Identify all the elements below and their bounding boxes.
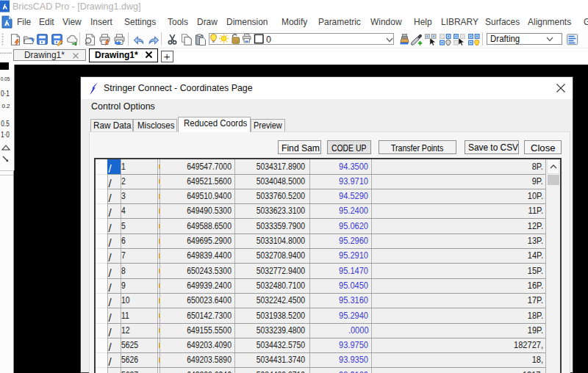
svg-text:0: 0 — [266, 34, 271, 44]
